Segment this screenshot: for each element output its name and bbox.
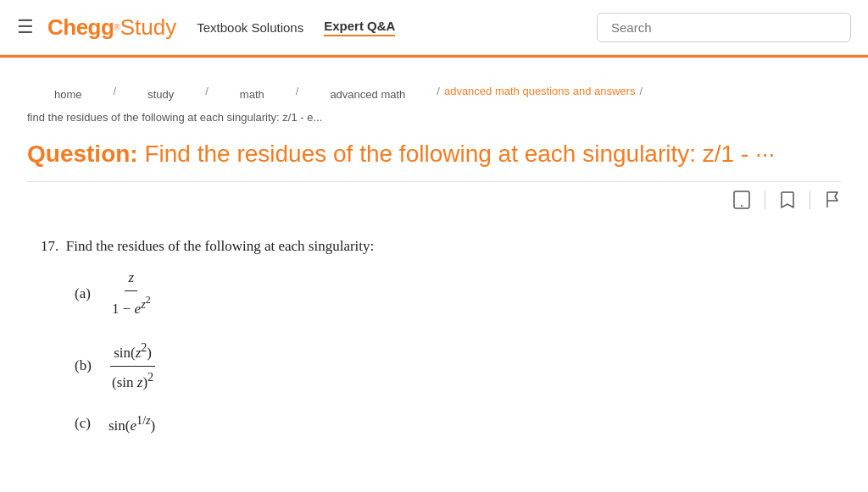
hamburger-icon[interactable]: ☰ (17, 16, 34, 38)
breadcrumb: home / study / math / advanced math / ad… (0, 58, 868, 132)
breadcrumb-math[interactable]: math (213, 73, 292, 109)
toolbar (0, 182, 868, 218)
svg-point-1 (741, 205, 743, 207)
part-a-label: (a) (75, 282, 100, 307)
part-a-numerator: z (125, 266, 137, 291)
nav-textbook-solutions[interactable]: Textbook Solutions (197, 20, 303, 35)
breadcrumb-sep-3: / (296, 85, 299, 97)
list-item: (b) sin(z2) (sin z)2 (75, 337, 827, 395)
logo-chegg: Chegg (47, 14, 114, 41)
search-container (597, 13, 851, 42)
breadcrumb-sep-4: / (437, 85, 440, 97)
list-item: (a) z 1 − ez2 (75, 266, 827, 322)
nav-expert-qa[interactable]: Expert Q&A (324, 19, 395, 36)
part-a-denominator: 1 − ez2 (108, 291, 154, 322)
breadcrumb-advanced-math-qa[interactable]: advanced math questions and answers (444, 85, 635, 97)
toolbar-sep-1 (765, 191, 765, 209)
breadcrumb-advanced-math[interactable]: advanced math (303, 73, 432, 109)
problem-number: 17. Find the residues of the following a… (41, 235, 827, 259)
bookmark-icon[interactable] (779, 191, 796, 209)
search-input[interactable] (597, 13, 851, 42)
part-a-fraction: z 1 − ez2 (108, 266, 154, 322)
part-b-numerator: sin(z2) (110, 337, 155, 367)
question-content: 17. Find the residues of the following a… (0, 218, 868, 488)
breadcrumb-study[interactable]: study (120, 73, 201, 109)
flag-icon[interactable] (824, 191, 841, 209)
breadcrumb-home[interactable]: home (27, 73, 109, 109)
list-item: (c) sin(e1/z) (75, 410, 827, 439)
question-title: Find the residues of the following at ea… (138, 141, 776, 167)
toolbar-sep-2 (810, 191, 810, 209)
question-title-container: Question: Find the residues of the follo… (0, 132, 868, 176)
breadcrumb-sep-2: / (205, 85, 209, 97)
breadcrumb-sep-1: / (114, 85, 117, 97)
logo-study: Study (120, 14, 177, 41)
part-c-expression: sin(e1/z) (108, 410, 155, 439)
breadcrumb-current: find the residues of the following at ea… (27, 111, 322, 124)
question-items: (a) z 1 − ez2 (b) sin(z2) (sin z)2 (c) s… (75, 266, 827, 439)
part-b-label: (b) (75, 354, 100, 379)
question-prefix: Question: (27, 141, 138, 167)
part-c-label: (c) (75, 412, 100, 436)
tablet-icon[interactable] (732, 191, 751, 209)
part-b-denominator: (sin z)2 (108, 367, 157, 395)
logo-dot: ® (114, 23, 120, 32)
breadcrumb-sep-5: / (639, 85, 643, 97)
logo[interactable]: Chegg®Study (47, 14, 176, 41)
header: ☰ Chegg®Study Textbook Solutions Expert … (0, 0, 868, 55)
part-b-fraction: sin(z2) (sin z)2 (108, 337, 157, 395)
